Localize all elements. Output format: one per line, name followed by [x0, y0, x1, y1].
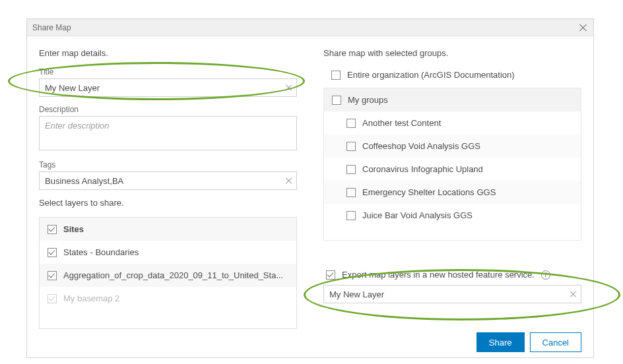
entire-org-label: Entire organization (ArcGIS Documentatio…: [347, 70, 515, 80]
layer-row[interactable]: Sites: [40, 218, 296, 241]
tags-label: Tags: [39, 160, 297, 169]
my-groups-checkbox[interactable]: [332, 96, 341, 105]
group-row[interactable]: Coffeeshop Void Analysis GGS: [324, 135, 581, 158]
layers-scroll[interactable]: SitesStates - BoundariesAggregation_of_c…: [40, 218, 296, 328]
layer-checkbox[interactable]: [48, 271, 57, 280]
layer-checkbox[interactable]: [48, 248, 57, 257]
layer-row: My basemap 2: [40, 287, 296, 310]
layer-row[interactable]: Aggregation_of_crop_data_2020_09_11_to_U…: [40, 264, 296, 287]
layer-label: Aggregation_of_crop_data_2020_09_11_to_U…: [63, 270, 283, 280]
cancel-button[interactable]: Cancel: [530, 332, 581, 352]
share-groups-label: Share map with selected groups.: [323, 48, 581, 58]
group-checkbox[interactable]: [346, 188, 356, 197]
layer-checkbox: [48, 294, 57, 303]
group-checkbox[interactable]: [346, 142, 356, 151]
entire-org-row[interactable]: Entire organization (ArcGIS Documentatio…: [323, 67, 581, 88]
my-groups-label: My groups: [348, 95, 388, 105]
title-input[interactable]: [39, 78, 297, 97]
title-label: Title: [39, 67, 297, 76]
dialog-titlebar: Share Map: [27, 19, 593, 36]
clear-tags-icon[interactable]: [285, 177, 293, 185]
info-icon[interactable]: i: [541, 270, 550, 280]
entire-org-checkbox[interactable]: [331, 71, 341, 80]
export-checkbox[interactable]: [326, 270, 335, 280]
group-label: Emergency Shelter Locations GGS: [362, 187, 496, 197]
export-name-input[interactable]: [323, 285, 581, 303]
share-button[interactable]: Share: [476, 332, 525, 352]
right-column: Share map with selected groups. Entire o…: [323, 48, 581, 327]
group-row[interactable]: Emergency Shelter Locations GGS: [324, 181, 581, 204]
group-label: Another test Content: [362, 118, 441, 128]
group-checkbox[interactable]: [346, 211, 356, 220]
group-checkbox[interactable]: [346, 119, 356, 128]
layer-label: States - Boundaries: [63, 247, 139, 257]
share-map-dialog: Share Map Enter map details. Title Descr…: [26, 18, 594, 358]
layer-checkbox[interactable]: [48, 225, 57, 234]
group-label: Coronavirus Infographic Upland: [362, 164, 483, 174]
description-label: Description: [39, 105, 297, 114]
clear-title-icon[interactable]: [285, 84, 293, 92]
layer-row[interactable]: States - Boundaries: [40, 241, 296, 264]
my-groups-header[interactable]: My groups: [324, 88, 581, 111]
layer-label: Sites: [63, 224, 84, 234]
group-checkbox[interactable]: [346, 165, 356, 174]
export-row[interactable]: Export map layers in a new hosted featur…: [323, 267, 581, 285]
group-label: Coffeeshop Void Analysis GGS: [362, 141, 480, 151]
description-input[interactable]: [39, 116, 297, 150]
left-column: Enter map details. Title Description Tag…: [39, 48, 297, 327]
groups-scroll[interactable]: My groups Another test ContentCoffeeshop…: [324, 88, 581, 240]
group-row[interactable]: Coronavirus Infographic Upland: [324, 158, 581, 181]
dialog-title: Share Map: [32, 23, 71, 32]
layers-list: SitesStates - BoundariesAggregation_of_c…: [39, 217, 297, 329]
export-label: Export map layers in a new hosted featur…: [342, 270, 535, 280]
dialog-footer: Share Cancel: [27, 327, 593, 357]
tags-input[interactable]: [39, 171, 297, 190]
select-layers-label: Select layers to share.: [39, 198, 297, 208]
enter-details-label: Enter map details.: [39, 48, 297, 58]
groups-list: My groups Another test ContentCoffeeshop…: [323, 88, 581, 241]
close-icon[interactable]: [579, 23, 588, 32]
group-label: Juice Bar Void Analysis GGS: [362, 210, 473, 220]
clear-export-icon[interactable]: [570, 290, 577, 298]
group-row[interactable]: Another test Content: [324, 111, 581, 135]
group-row[interactable]: Juice Bar Void Analysis GGS: [324, 204, 581, 227]
layer-label: My basemap 2: [63, 293, 119, 303]
